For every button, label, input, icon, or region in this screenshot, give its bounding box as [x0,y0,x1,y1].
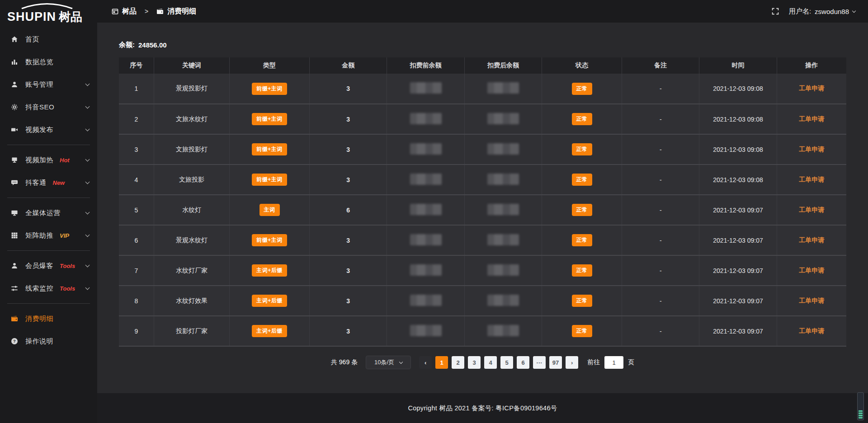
sidebar-item-video-publish[interactable]: 视频发布 [0,118,97,141]
work-order-link[interactable]: 工单申请 [799,236,824,244]
cell-remark: - [622,74,699,104]
sidebar-item-douketong[interactable]: 抖客通 New [0,171,97,194]
sidebar-item-tag: Hot [60,157,70,164]
sidebar-item-data-overview[interactable]: 数据总览 [0,51,97,73]
cell-keyword: 投影灯厂家 [154,316,229,346]
sidebar-item-home[interactable]: 首页 [0,28,97,51]
page-button-3[interactable]: 3 [468,356,481,369]
prev-page-button[interactable]: ‹ [419,356,432,369]
home-icon [11,36,19,43]
cell-type: 前缀+主词 [230,134,310,164]
cell-keyword: 文旅水纹灯 [154,104,229,134]
goto-page: 前往 页 [587,356,634,369]
wallet-icon [156,8,164,15]
column-header: 操作 [777,57,846,74]
next-page-button[interactable]: › [566,356,578,369]
status-badge: 正常 [572,174,592,186]
sidebar-item-matrix-boost[interactable]: 矩阵助推 VIP [0,224,97,247]
board-icon [112,8,118,15]
sidebar-item-tag: VIP [60,232,69,239]
work-order-link[interactable]: 工单申请 [799,85,824,92]
page-button-6[interactable]: 6 [517,356,529,369]
page-ellipsis-button[interactable]: ··· [533,356,546,369]
cell-balance-before [387,74,464,104]
page-buttons: 123456···97 [435,356,562,369]
question-icon: ? [11,338,19,345]
chevron-down-icon [85,179,90,184]
sidebar-item-operation-guide[interactable]: ? 操作说明 [0,330,97,352]
cell-amount: 3 [310,225,387,255]
cell-type: 前缀+主词 [230,74,310,104]
column-header: 扣费后余额 [464,57,542,74]
page-button-2[interactable]: 2 [452,356,464,369]
cell-type: 主词 [230,195,310,225]
cell-action: 工单申请 [777,164,846,195]
monitor-stand-icon [11,156,19,164]
cell-balance-after [464,286,542,316]
cell-time: 2021-12-03 09:07 [699,255,777,286]
cell-no: 6 [119,225,154,255]
work-order-link[interactable]: 工单申请 [799,297,824,304]
sidebar-divider [7,145,90,145]
cell-remark: - [622,134,699,164]
masked-balance-after [487,82,519,94]
status-badge: 正常 [572,234,592,246]
user-dropdown[interactable]: 用户名: zswodun88 [789,7,855,16]
page-button-97[interactable]: 97 [549,356,562,369]
work-order-link[interactable]: 工单申请 [799,176,824,183]
sidebar: SHUPIN树品 首页 数据总览 账号管理 抖音SEO 视频发布 视频加热 Ho… [0,0,97,423]
sidebar-item-video-heat[interactable]: 视频加热 Hot [0,149,97,171]
sidebar-item-consume-detail[interactable]: 消费明细 [0,307,97,330]
sidebar-item-clue-monitor[interactable]: 线索监控 Tools [0,277,97,300]
page-button-1[interactable]: 1 [435,356,448,369]
cell-type: 前缀+主词 [230,164,310,195]
status-badge: 正常 [572,264,592,277]
cell-time: 2021-12-03 09:07 [699,316,777,346]
chevron-down-icon [85,104,90,108]
cell-type: 主词+后缀 [230,316,310,346]
cell-action: 工单申请 [777,134,846,164]
type-badge: 前缀+主词 [252,113,287,125]
sidebar-item-all-media[interactable]: 全媒体运营 [0,202,97,224]
table-row: 6景观水纹灯前缀+主词3正常-2021-12-03 09:07工单申请 [119,225,846,255]
sidebar-item-douyin-seo[interactable]: 抖音SEO [0,96,97,118]
masked-balance-after [487,325,519,336]
sidebar-menu: 首页 数据总览 账号管理 抖音SEO 视频发布 视频加热 Hot 抖客通 New [0,28,97,352]
cell-balance-after [464,134,542,164]
breadcrumb-item-root[interactable]: 树品 [122,7,137,16]
page-button-5[interactable]: 5 [500,356,513,369]
sidebar-item-tag: New [53,179,65,186]
chevron-down-icon [85,263,90,267]
footer: Copyright 树品 2021 备案号: 粤ICP备09019646号 [97,393,868,423]
fullscreen-icon[interactable] [772,8,779,15]
cell-balance-after [464,164,542,195]
masked-balance-before [410,143,442,155]
sidebar-item-account-manage[interactable]: 账号管理 [0,73,97,96]
cell-action: 工单申请 [777,286,846,316]
work-order-link[interactable]: 工单申请 [799,146,824,153]
goto-label: 前往 [587,358,600,367]
cell-remark: - [622,104,699,134]
type-badge: 前缀+主词 [252,174,287,186]
work-order-link[interactable]: 工单申请 [799,267,824,274]
work-order-link[interactable]: 工单申请 [799,206,824,213]
column-header: 类型 [230,57,310,74]
goto-page-input[interactable] [604,356,623,369]
work-order-link[interactable]: 工单申请 [799,327,824,334]
masked-balance-before [410,234,442,245]
cell-amount: 6 [310,195,387,225]
page-size-select[interactable]: 10条/页 [366,356,411,369]
display-icon [11,209,19,216]
cell-balance-before [387,286,464,316]
cell-remark: - [622,195,699,225]
floating-widget[interactable] [857,392,864,420]
cell-action: 工单申请 [777,225,846,255]
status-badge: 正常 [572,204,592,216]
chevron-down-icon [85,285,90,290]
grid-icon [11,232,19,239]
page-button-4[interactable]: 4 [484,356,497,369]
cell-type: 前缀+主词 [230,104,310,134]
cell-type: 主词+后缀 [230,286,310,316]
sidebar-item-member-burst[interactable]: 会员爆客 Tools [0,254,97,277]
work-order-link[interactable]: 工单申请 [799,115,824,122]
